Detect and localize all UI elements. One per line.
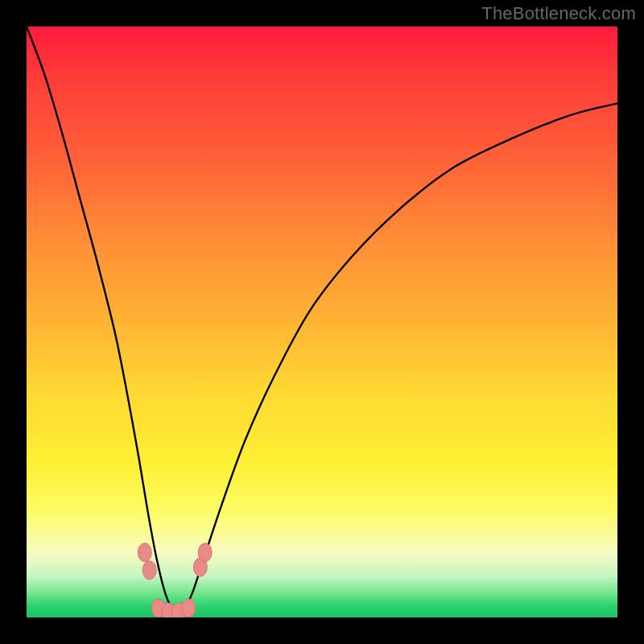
chart-frame: TheBottleneck.com bbox=[0, 0, 644, 644]
plot-area bbox=[27, 27, 617, 617]
curve-markers-group bbox=[138, 543, 212, 617]
curve-marker bbox=[198, 543, 212, 562]
curve-marker bbox=[182, 599, 196, 617]
watermark-text: TheBottleneck.com bbox=[481, 3, 636, 24]
bottleneck-curve-svg bbox=[27, 27, 617, 617]
curve-marker bbox=[138, 543, 151, 562]
bottleneck-curve-path bbox=[27, 27, 617, 613]
curve-marker bbox=[142, 561, 156, 580]
